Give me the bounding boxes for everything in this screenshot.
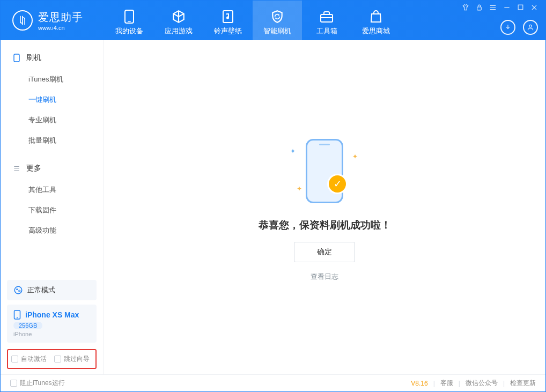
nav-apps[interactable]: 应用游戏 [154,1,203,40]
svg-point-12 [17,317,18,319]
toolbox-icon [319,9,334,24]
shirt-icon[interactable] [462,4,469,11]
download-button[interactable] [500,20,515,35]
wechat-link[interactable]: 微信公众号 [466,379,498,388]
app-subtitle: www.i4.cn [38,25,83,31]
close-button[interactable] [530,4,538,11]
separator: | [433,380,435,387]
nav-ringtones[interactable]: 铃声壁纸 [203,1,253,40]
view-log-link[interactable]: 查看日志 [311,272,338,282]
svg-point-8 [14,286,22,294]
logo-icon [12,10,33,31]
nav-store[interactable]: 爱思商城 [351,1,401,40]
success-message: 恭喜您，保资料刷机成功啦！ [259,218,391,232]
nav-toolbox[interactable]: 工具箱 [302,1,351,40]
checkbox-auto-activate[interactable]: 自动激活 [11,354,47,364]
nav-label: 工具箱 [316,26,337,36]
checkbox-icon [10,380,17,387]
sidebar-item-itunes-flash[interactable]: iTunes刷机 [1,69,103,90]
sparkle-icon: ✦ [290,147,296,155]
checkbox-block-itunes[interactable]: 阻止iTunes运行 [10,379,65,388]
sidebar-item-download-firmware[interactable]: 下载固件 [1,200,103,220]
phone-small-icon [12,54,21,62]
list-icon [12,164,21,173]
highlighted-options: 自动激活 跳过向导 [7,349,97,369]
nav-my-device[interactable]: 我的设备 [105,1,154,40]
device-card[interactable]: iPhone XS Max 256GB iPhone [7,305,97,343]
cube-icon [171,9,186,24]
mode-label: 正常模式 [27,285,55,295]
footer: 阻止iTunes运行 V8.16 | 客服 | 微信公众号 | 检查更新 [1,374,545,391]
sidebar-item-pro-flash[interactable]: 专业刷机 [1,110,103,130]
sidebar-item-other-tools[interactable]: 其他工具 [1,180,103,200]
device-icon [122,9,137,24]
device-storage-badge: 256GB [13,322,42,329]
checkbox-label: 跳过向导 [64,354,90,364]
nav-tabs: 我的设备 应用游戏 铃声壁纸 智能刷机 工具箱 爱思商城 [105,1,401,40]
logo-area: 爱思助手 www.i4.cn [12,10,83,31]
sparkle-icon: ✦ [297,185,302,193]
ok-button[interactable]: 确定 [294,242,355,262]
section-title: 更多 [26,164,41,173]
shield-refresh-icon [270,9,285,24]
app-window: 爱思助手 www.i4.cn 我的设备 应用游戏 铃声壁纸 智能刷机 [0,0,546,392]
svg-rect-1 [128,21,131,22]
svg-point-9 [16,289,18,290]
check-badge-icon: ✓ [329,175,346,193]
menu-icon[interactable] [489,4,497,11]
version-label: V8.16 [411,380,427,387]
user-button[interactable] [523,20,538,35]
nav-flash[interactable]: 智能刷机 [253,1,302,40]
device-name-text: iPhone XS Max [25,310,79,319]
nav-label: 我的设备 [115,26,143,36]
mode-card[interactable]: 正常模式 [7,280,97,300]
nav-label: 铃声壁纸 [214,26,242,36]
svg-rect-5 [518,5,523,10]
nav-label: 应用游戏 [165,26,193,36]
sidebar-item-advanced[interactable]: 高级功能 [1,220,103,241]
bag-icon [368,9,383,24]
checkbox-skip-guide[interactable]: 跳过向导 [54,354,90,364]
mode-icon [13,285,23,295]
sidebar: 刷机 iTunes刷机 一键刷机 专业刷机 批量刷机 更多 其他工具 下载固件 … [1,40,104,374]
support-link[interactable]: 客服 [440,379,453,388]
check-update-link[interactable]: 检查更新 [510,379,536,388]
section-title: 刷机 [26,53,41,63]
lock-icon[interactable] [476,4,483,11]
checkbox-label: 自动激活 [21,354,47,364]
minimize-button[interactable] [503,4,511,11]
checkbox-label: 阻止iTunes运行 [20,379,65,388]
window-controls [462,4,538,11]
phone-graphic [306,139,343,203]
separator: | [459,380,460,387]
titlebar: 爱思助手 www.i4.cn 我的设备 应用游戏 铃声壁纸 智能刷机 [1,1,545,40]
svg-point-10 [19,290,20,292]
svg-rect-7 [14,54,19,62]
sidebar-section-more: 更多 [1,160,103,176]
checkbox-icon [11,356,18,363]
sidebar-item-one-click-flash[interactable]: 一键刷机 [1,90,103,110]
checkbox-icon [54,356,61,363]
svg-rect-4 [477,7,482,10]
nav-label: 智能刷机 [263,26,291,36]
app-title: 爱思助手 [38,10,83,25]
sparkle-icon: ✦ [352,153,358,160]
music-file-icon [220,9,235,24]
device-type: iPhone [13,331,90,337]
separator: | [503,380,505,387]
success-illustration: ✦ ✦ ✦ ✓ [282,134,367,209]
main-content: ✦ ✦ ✦ ✓ 恭喜您，保资料刷机成功啦！ 确定 查看日志 [104,40,545,374]
body: 刷机 iTunes刷机 一键刷机 专业刷机 批量刷机 更多 其他工具 下载固件 … [1,40,545,374]
sidebar-item-batch-flash[interactable]: 批量刷机 [1,130,103,151]
device-phone-icon [13,310,21,320]
svg-point-6 [529,25,532,27]
sidebar-section-flash: 刷机 [1,50,103,66]
nav-label: 爱思商城 [362,26,390,36]
maximize-button[interactable] [517,4,524,11]
